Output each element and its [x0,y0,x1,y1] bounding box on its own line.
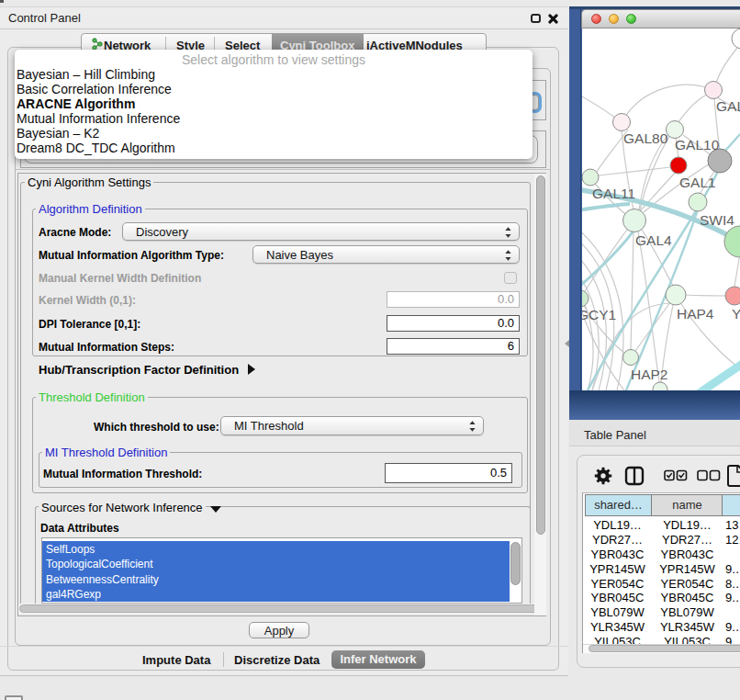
svg-text:HAP2: HAP2 [631,367,668,382]
svg-text:YD: YD [732,306,740,322]
svg-text:GCY1: GCY1 [582,307,616,322]
svg-text:HAP4: HAP4 [677,306,714,322]
svg-text:GAL4: GAL4 [635,232,672,248]
svg-text:SWI4: SWI4 [700,212,734,228]
svg-text:GAL11: GAL11 [592,186,635,201]
svg-text:GAL80: GAL80 [623,130,668,146]
svg-text:GAL10: GAL10 [675,137,720,152]
svg-text:GAL1: GAL1 [679,175,716,190]
svg-text:GAL2: GAL2 [716,98,740,114]
